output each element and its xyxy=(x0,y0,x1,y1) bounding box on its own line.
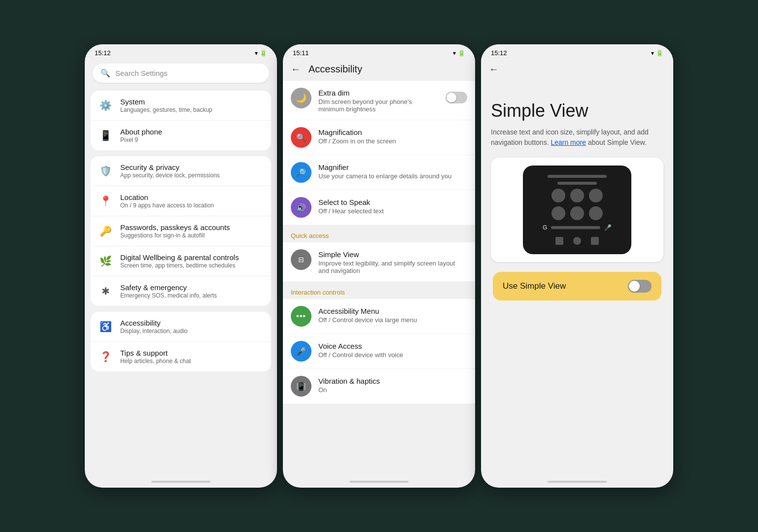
acc-item-vibration[interactable]: 📳 Vibration & haptics On xyxy=(283,369,475,404)
safety-text: Safety & emergency Emergency SOS, medica… xyxy=(120,283,263,299)
acc-item-accmenu[interactable]: ••• Accessibility Menu Off / Control dev… xyxy=(283,299,475,334)
preview-dot-3 xyxy=(589,189,603,202)
accmenu-icon: ••• xyxy=(291,306,311,327)
search-bar[interactable]: 🔍 Search Settings xyxy=(93,64,269,83)
system-title: System xyxy=(120,98,263,106)
simpleview-toggle-switch[interactable] xyxy=(628,280,652,293)
passwords-icon-wrap: 🔑 xyxy=(99,224,112,238)
about-icon: 📱 xyxy=(100,130,112,141)
extradim-subtitle: Dim screen beyond your phone's minimum b… xyxy=(318,98,439,113)
simpleview-page-title: Simple View xyxy=(491,100,663,121)
passwords-subtitle: Suggestions for sign-in & autofill xyxy=(120,232,263,239)
wifi-icon-1: ▾ xyxy=(255,50,258,57)
accmenu-text: Accessibility Menu Off / Control device … xyxy=(318,306,467,324)
accmenu-subtitle: Off / Control device via large menu xyxy=(318,316,467,324)
settings-group-system: ⚙️ System Languages, gestures, time, bac… xyxy=(91,91,271,150)
settings-item-wellbeing[interactable]: 🌿 Digital Wellbeing & parental controls … xyxy=(91,246,271,276)
safety-icon-wrap: ✱ xyxy=(99,284,112,298)
simpleview-top-bar: ← xyxy=(481,60,673,81)
preview-dot-4 xyxy=(551,206,565,220)
safety-icon: ✱ xyxy=(102,285,110,297)
home-indicator-1 xyxy=(151,481,210,483)
preview-dots-row-1 xyxy=(551,189,603,202)
wellbeing-icon: 🌿 xyxy=(100,255,112,267)
selecttospeak-title: Select to Speak xyxy=(318,198,467,206)
home-indicator-2 xyxy=(349,481,409,483)
system-subtitle: Languages, gestures, time, backup xyxy=(120,106,263,113)
status-time-2: 15:11 xyxy=(293,49,309,57)
accessibility-text: Accessibility Display, interaction, audi… xyxy=(120,319,263,334)
preview-dot-2 xyxy=(570,189,584,202)
passwords-icon: 🔑 xyxy=(100,225,112,237)
settings-item-security[interactable]: 🛡️ Security & privacy App security, devi… xyxy=(91,156,271,186)
security-title: Security & privacy xyxy=(120,163,263,171)
extradim-toggle[interactable] xyxy=(446,88,467,103)
settings-item-safety[interactable]: ✱ Safety & emergency Emergency SOS, medi… xyxy=(91,276,271,306)
accessibility-page-title: Accessibility xyxy=(309,64,362,75)
location-icon-wrap: 📍 xyxy=(99,194,112,208)
accessibility-top-bar: ← Accessibility xyxy=(283,60,475,81)
status-time-3: 15:12 xyxy=(491,49,507,57)
settings-item-location[interactable]: 📍 Location On / 9 apps have access to lo… xyxy=(91,186,271,216)
tips-text: Tips & support Help articles, phone & ch… xyxy=(120,349,263,365)
preview-dot-1 xyxy=(551,189,565,202)
selecttospeak-subtitle: Off / Hear selected text xyxy=(318,207,467,215)
phone-accessibility: 15:11 ▾ 🔋 ← Accessibility 🌙 Extra dim Di… xyxy=(283,44,475,488)
magnifier-title: Magnifier xyxy=(318,163,467,171)
section-quick-access: Quick access xyxy=(283,225,475,242)
voiceaccess-text: Voice Access Off / Control device with v… xyxy=(318,341,467,359)
settings-item-system[interactable]: ⚙️ System Languages, gestures, time, bac… xyxy=(91,91,271,121)
settings-item-about[interactable]: 📱 About phone Pixel 9 xyxy=(91,121,271,150)
accessibility-subtitle: Display, interaction, audio xyxy=(120,328,263,334)
use-simpleview-toggle-bar[interactable]: Use Simple View xyxy=(493,272,661,300)
location-title: Location xyxy=(120,193,263,201)
vibration-icon: 📳 xyxy=(291,376,311,397)
magnification-subtitle: Off / Zoom in on the screen xyxy=(318,137,467,145)
simpleview-text: Simple View Improve text legibility, and… xyxy=(318,249,467,274)
system-icon: ⚙️ xyxy=(100,100,112,111)
settings-item-passwords[interactable]: 🔑 Passwords, passkeys & accounts Suggest… xyxy=(91,216,271,246)
simpleview-preview: G 🎤 xyxy=(491,158,663,262)
status-bar-3: 15:12 ▾ 🔋 xyxy=(481,44,673,60)
preview-nav-recents xyxy=(591,237,599,245)
preview-search-bar: G 🎤 xyxy=(543,224,612,231)
back-button-2[interactable]: ← xyxy=(291,64,301,75)
extradim-title: Extra dim xyxy=(318,89,439,97)
acc-item-selecttospeak[interactable]: 🔊 Select to Speak Off / Hear selected te… xyxy=(283,190,475,225)
acc-item-simpleview[interactable]: ⊟ Simple View Improve text legibility, a… xyxy=(283,242,475,282)
preview-line-2 xyxy=(557,182,597,185)
preview-bar xyxy=(551,226,600,229)
magnification-icon: 🔍 xyxy=(291,127,311,148)
status-icons-3: ▾ 🔋 xyxy=(651,50,663,57)
wifi-icon-2: ▾ xyxy=(453,50,456,57)
security-text: Security & privacy App security, device … xyxy=(120,163,263,179)
acc-item-magnification[interactable]: 🔍 Magnification Off / Zoom in on the scr… xyxy=(283,120,475,155)
settings-item-tips[interactable]: ❓ Tips & support Help articles, phone & … xyxy=(91,342,271,371)
accessibility-icon: ♿ xyxy=(100,321,112,332)
preview-mic-icon: 🎤 xyxy=(604,224,612,231)
phone-settings: 15:12 ▾ 🔋 🔍 Search Settings ⚙️ System La… xyxy=(85,44,277,488)
extradim-toggle-switch[interactable] xyxy=(446,92,467,103)
settings-group-security: 🛡️ Security & privacy App security, devi… xyxy=(91,156,271,306)
vibration-text: Vibration & haptics On xyxy=(318,376,467,394)
wellbeing-subtitle: Screen time, app timers, bedtime schedul… xyxy=(120,262,263,269)
acc-item-magnifier[interactable]: 🔎 Magnifier Use your camera to enlarge d… xyxy=(283,155,475,190)
preview-nav-back xyxy=(555,237,563,245)
search-placeholder: Search Settings xyxy=(115,69,168,77)
acc-item-voiceaccess[interactable]: 🎤 Voice Access Off / Control device with… xyxy=(283,334,475,369)
search-icon: 🔍 xyxy=(101,68,110,78)
magnification-title: Magnification xyxy=(318,128,467,136)
location-icon: 📍 xyxy=(100,195,112,207)
settings-item-accessibility[interactable]: ♿ Accessibility Display, interaction, au… xyxy=(91,312,271,342)
selecttospeak-icon: 🔊 xyxy=(291,197,311,218)
tips-title: Tips & support xyxy=(120,349,263,357)
acc-item-extradim[interactable]: 🌙 Extra dim Dim screen beyond your phone… xyxy=(283,81,475,120)
phone-preview-mockup: G 🎤 xyxy=(523,166,631,254)
back-button-3[interactable]: ← xyxy=(489,64,499,75)
sv-learn-more-link[interactable]: Learn more xyxy=(551,138,586,146)
preview-g-icon: G xyxy=(543,224,547,231)
wellbeing-text: Digital Wellbeing & parental controls Sc… xyxy=(120,253,263,269)
status-bar-2: 15:11 ▾ 🔋 xyxy=(283,44,475,60)
status-time-1: 15:12 xyxy=(95,49,111,57)
safety-subtitle: Emergency SOS, medical info, alerts xyxy=(120,292,263,299)
